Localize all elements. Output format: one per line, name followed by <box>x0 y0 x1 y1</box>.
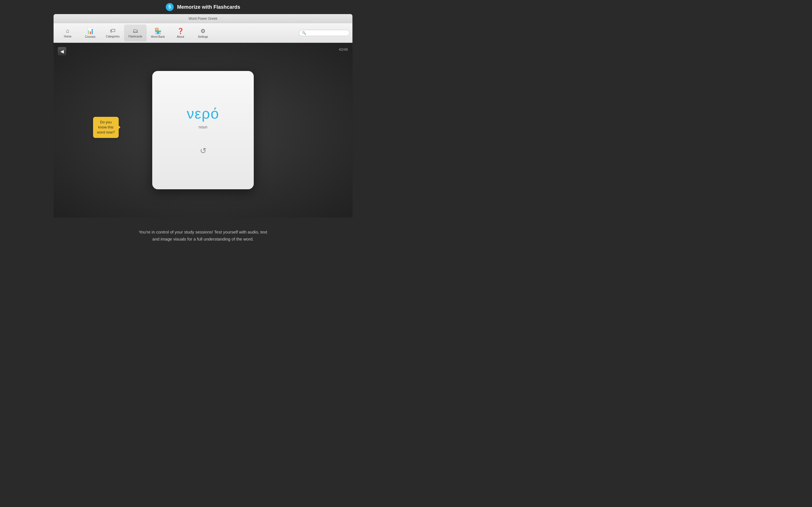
window-title: Word Power Greek <box>189 17 217 20</box>
bottom-text: You're in control of your study sessions… <box>139 228 267 243</box>
main-window: Word Power Greek ⌂ Home 📊 Courses 🏷 Cate… <box>54 14 352 217</box>
app-title: Memorize with Flashcards <box>177 4 240 10</box>
card-counter: 42/46 <box>339 47 348 52</box>
nav-wordbank[interactable]: 🏪 Word Bank <box>147 24 169 41</box>
flashcard[interactable]: νερό noun ↺ <box>152 71 254 189</box>
content-area: ◀ 42/46 Do you know this word now? νερό … <box>54 43 352 217</box>
settings-icon: ⚙ <box>200 27 206 34</box>
nav-home[interactable]: ⌂ Home <box>56 24 79 41</box>
nav-flashcards[interactable]: 🗂 Flashcards <box>124 24 147 41</box>
nav-settings[interactable]: ⚙ Settings <box>192 24 214 41</box>
about-label: About <box>177 35 184 38</box>
toolbar-nav: ⌂ Home 📊 Courses 🏷 Categories 🗂 Flashcar… <box>56 24 299 41</box>
courses-label: Courses <box>85 35 95 38</box>
back-arrow-icon: ◀ <box>60 49 64 54</box>
flashcards-label: Flashcards <box>129 35 142 38</box>
card-word: νερό <box>187 105 219 122</box>
tooltip-bubble: Do you know this word now? <box>93 117 119 138</box>
app-icon: 5 <box>166 3 174 11</box>
home-icon: ⌂ <box>66 27 69 34</box>
search-box[interactable]: 🔍 <box>299 30 350 36</box>
tooltip-line3: word now? <box>97 130 115 134</box>
toolbar: ⌂ Home 📊 Courses 🏷 Categories 🗂 Flashcar… <box>54 23 352 43</box>
search-input[interactable] <box>308 31 347 35</box>
search-icon: 🔍 <box>302 31 306 35</box>
card-type: noun <box>199 125 207 129</box>
categories-label: Categories <box>106 35 119 38</box>
courses-icon: 📊 <box>87 27 94 34</box>
home-label: Home <box>64 35 71 38</box>
back-button[interactable]: ◀ <box>57 47 66 56</box>
flip-icon[interactable]: ↺ <box>200 146 206 156</box>
about-icon: ❓ <box>177 27 184 34</box>
window-titlebar: Word Power Greek <box>54 14 352 23</box>
nav-courses[interactable]: 📊 Courses <box>79 24 101 41</box>
nav-categories[interactable]: 🏷 Categories <box>101 24 124 41</box>
bottom-description: You're in control of your study sessions… <box>0 217 406 253</box>
tooltip-line2: know this <box>98 125 113 129</box>
top-bar: 5 Memorize with Flashcards <box>0 0 406 14</box>
settings-label: Settings <box>198 35 208 38</box>
nav-about[interactable]: ❓ About <box>169 24 192 41</box>
categories-icon: 🏷 <box>110 27 116 34</box>
wordbank-label: Word Bank <box>151 35 165 38</box>
flashcards-icon: 🗂 <box>133 27 138 34</box>
tooltip-line1: Do you <box>100 120 112 124</box>
bottom-line1: You're in control of your study sessions… <box>139 230 267 234</box>
bottom-line2: and image visuals for a full understandi… <box>152 237 253 241</box>
wordbank-icon: 🏪 <box>154 27 161 34</box>
